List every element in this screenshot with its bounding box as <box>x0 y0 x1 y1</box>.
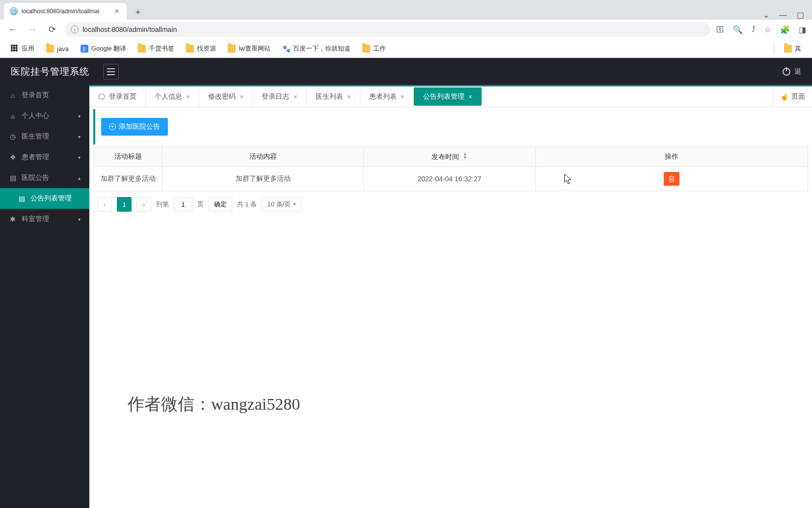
th-time[interactable]: 发布时间 ▲▼ <box>364 147 536 167</box>
close-icon[interactable]: × <box>401 93 405 101</box>
folder-icon <box>138 45 146 53</box>
sidebar-item-notice-list[interactable]: ▤ 公告列表管理 <box>0 188 89 209</box>
bookmark-baidu[interactable]: 🐾 百度一下，你就知道 <box>277 42 355 55</box>
sidebar-item-patient[interactable]: ❖ 患者管理 ▾ <box>0 147 89 168</box>
star-icon[interactable]: ☆ <box>764 25 771 34</box>
browser-tab[interactable]: 🌐 localhost:8080/admin/toallmai × <box>4 3 127 20</box>
tab-password[interactable]: 修改密码 × <box>199 86 253 107</box>
browser-tab-strip: 🌐 localhost:8080/admin/toallmai × + ⌄ — … <box>0 0 812 20</box>
close-icon[interactable]: × <box>240 93 244 101</box>
url-input[interactable]: i localhost:8080/admin/toallmain <box>65 22 710 37</box>
side-panel-icon[interactable]: ◨ <box>799 25 806 34</box>
sort-icon[interactable]: ▲▼ <box>462 152 467 160</box>
tab-notice-list[interactable]: 公告列表管理 × <box>414 87 482 106</box>
tab-label: 个人信息 <box>155 92 182 101</box>
page-number-button[interactable]: 1 <box>117 197 132 212</box>
th-action: 操作 <box>536 147 808 167</box>
minimize-icon[interactable]: — <box>779 11 787 20</box>
list-icon: ▤ <box>9 174 17 182</box>
bookmark-find-resources[interactable]: 找资源 <box>181 42 221 55</box>
cell-action <box>536 167 808 191</box>
bookmark-apps[interactable]: 应用 <box>6 42 39 55</box>
sidebar-item-label: 患者管理 <box>22 153 49 162</box>
globe-icon: 🌐 <box>10 7 18 15</box>
sidebar-item-notice[interactable]: ▤ 医院公告 ▴ <box>0 168 89 188</box>
close-icon[interactable]: × <box>347 93 351 101</box>
browser-tab-title: localhost:8080/admin/toallmai <box>22 8 109 15</box>
page-size-select[interactable]: 10 条/页 <box>262 197 301 212</box>
chevron-down-icon: ▾ <box>78 113 81 119</box>
plus-circle-icon <box>109 123 116 130</box>
notice-table: 活动标题 活动内容 发布时间 ▲▼ 操作 加群了解更多活动 加群了解更多活动 2… <box>93 146 808 191</box>
folder-icon <box>784 45 792 53</box>
tab-login-log[interactable]: 登录日志 × <box>253 86 306 107</box>
add-notice-button[interactable]: 添加医院公告 <box>101 118 168 136</box>
bookmark-ganhuo[interactable]: 干货书签 <box>133 42 179 55</box>
menu-toggle-button[interactable] <box>103 64 119 80</box>
close-icon[interactable]: × <box>113 7 121 16</box>
maximize-icon[interactable]: ▢ <box>797 10 804 20</box>
chevron-down-icon: ▾ <box>78 217 81 222</box>
bookmark-google-translate[interactable]: 文 Google 翻译 <box>76 42 132 55</box>
chevron-up-icon: ▴ <box>78 175 81 181</box>
next-page-button[interactable]: › <box>136 197 151 212</box>
th-content: 活动内容 <box>162 147 364 167</box>
table-row: 加群了解更多活动 加群了解更多活动 2022-04-04 16:32:27 <box>94 167 808 191</box>
table-header-row: 活动标题 活动内容 发布时间 ▲▼ 操作 <box>94 147 808 167</box>
watermark: 作者微信：wangzai5280 <box>128 393 300 416</box>
content-area: 🖵 登录首页 个人信息 × 修改密码 × 登录日志 × 医生列表 × 患者列表 … <box>89 85 812 508</box>
browser-chrome: 🌐 localhost:8080/admin/toallmai × + ⌄ — … <box>0 0 812 58</box>
close-icon[interactable]: × <box>468 93 472 101</box>
tab-profile[interactable]: 个人信息 × <box>146 86 199 107</box>
back-button[interactable]: ← <box>6 23 20 36</box>
tab-login-home[interactable]: 🖵 登录首页 <box>89 86 146 107</box>
total-count: 共 1 条 <box>237 200 257 209</box>
folder-icon <box>46 45 54 53</box>
sidebar-item-label: 登录首页 <box>22 91 49 100</box>
tab-label: 登录首页 <box>109 92 136 101</box>
sidebar-item-personal[interactable]: ஃ 个人中心 ▾ <box>0 106 89 126</box>
bookmark-java[interactable]: java <box>41 43 74 55</box>
star-icon: ✱ <box>9 215 17 223</box>
sidebar-item-department[interactable]: ✱ 科室管理 ▾ <box>0 209 89 229</box>
apps-icon <box>11 45 19 53</box>
forward-button[interactable]: → <box>26 23 39 36</box>
tab-label: 患者列表 <box>369 92 397 101</box>
cell-title: 加群了解更多活动 <box>94 167 162 191</box>
toolbar: 添加医院公告 <box>93 109 812 144</box>
prev-page-button[interactable]: ‹ <box>97 197 112 212</box>
reload-button[interactable]: ⟳ <box>45 23 59 36</box>
info-icon[interactable]: i <box>71 26 79 33</box>
goto-page-input[interactable] <box>174 197 192 212</box>
goto-confirm-button[interactable]: 确定 <box>209 197 232 212</box>
zoom-icon[interactable]: 🔍 <box>733 25 743 34</box>
pagination: ‹ 1 › 到第 页 确定 共 1 条 10 条/页 <box>89 191 812 218</box>
close-icon[interactable]: × <box>186 93 190 101</box>
address-bar: ← → ⟳ i localhost:8080/admin/toallmain ⚿… <box>0 20 812 39</box>
bookmark-lw[interactable]: lw查重网站 <box>223 42 275 55</box>
sidebar-item-doctor[interactable]: ◷ 医生管理 ▾ <box>0 126 89 147</box>
sidebar-item-login-home[interactable]: ⌂ 登录首页 <box>0 85 89 106</box>
chevron-down-icon[interactable]: ⌄ <box>763 10 769 20</box>
trash-icon <box>669 175 675 182</box>
page-operations[interactable]: ☝ 页面 <box>773 86 812 107</box>
user-icon: ஃ <box>9 112 17 120</box>
tab-doctor-list[interactable]: 医生列表 × <box>307 86 360 107</box>
window-controls: ⌄ — ▢ <box>763 10 812 20</box>
content-tabs: 🖵 登录首页 个人信息 × 修改密码 × 登录日志 × 医生列表 × 患者列表 … <box>89 86 812 107</box>
share-icon[interactable]: ⤴ <box>752 25 756 34</box>
delete-button[interactable] <box>664 172 679 186</box>
key-icon[interactable]: ⚿ <box>716 25 724 34</box>
home-icon: ⌂ <box>9 91 17 99</box>
bookmark-work[interactable]: 工作 <box>357 42 391 55</box>
app-title: 医院挂号管理系统 <box>11 65 89 78</box>
close-icon[interactable]: × <box>293 93 297 101</box>
tab-patient-list[interactable]: 患者列表 × <box>360 86 414 107</box>
power-icon[interactable] <box>783 68 790 76</box>
folder-icon <box>186 45 194 53</box>
new-tab-button[interactable]: + <box>131 5 145 20</box>
extensions-icon[interactable]: 🧩 <box>780 25 790 34</box>
bookmark-overflow[interactable]: 其 <box>779 42 806 55</box>
goto-prefix: 到第 <box>156 200 169 209</box>
logout-label[interactable]: 退 <box>794 67 801 76</box>
